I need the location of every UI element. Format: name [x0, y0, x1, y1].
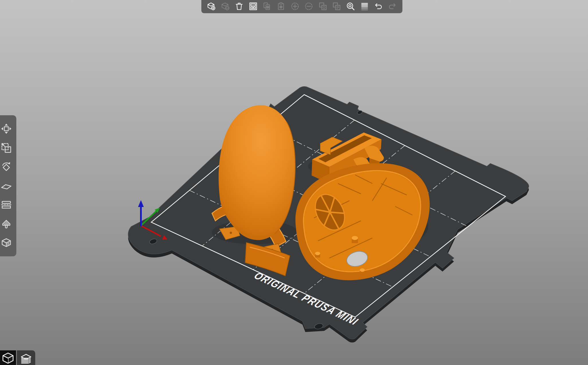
- add-object-button[interactable]: [205, 1, 218, 12]
- remove-instance-button[interactable]: [302, 1, 315, 12]
- remove-instance-icon: [304, 1, 314, 11]
- undo-icon: [373, 1, 383, 11]
- cut-icon: [0, 199, 12, 211]
- seam-painting-button[interactable]: [0, 236, 13, 249]
- paste-icon: [276, 1, 286, 11]
- redo-icon: [388, 1, 397, 11]
- trash-icon: [234, 1, 244, 11]
- place-on-face-icon: [0, 180, 12, 192]
- delete-cube-icon: [221, 1, 230, 11]
- svg-text:O: O: [322, 5, 325, 10]
- undo-button[interactable]: [372, 1, 385, 12]
- redo-button[interactable]: [386, 1, 399, 12]
- rotate-icon: [0, 161, 12, 173]
- add-instance-button[interactable]: [288, 1, 302, 12]
- cut-button[interactable]: [0, 198, 13, 211]
- scale-icon: [0, 142, 12, 154]
- delete-all-button[interactable]: [233, 1, 246, 12]
- view-mode-switch: [0, 350, 35, 365]
- search-icon: [346, 1, 355, 11]
- search-button[interactable]: [344, 1, 357, 12]
- variable-layer-height-button[interactable]: [358, 1, 371, 12]
- rotate-button[interactable]: [0, 160, 13, 173]
- add-cube-icon: [207, 1, 216, 11]
- svg-text:P: P: [337, 5, 339, 10]
- place-on-face-button[interactable]: [0, 179, 13, 192]
- 3d-editor-view-button[interactable]: [0, 350, 16, 365]
- cube-view-icon: [1, 352, 15, 365]
- paint-supports-button[interactable]: [0, 217, 13, 231]
- sliced-layers-icon: [19, 352, 33, 365]
- move-icon: [0, 123, 12, 135]
- split-to-objects-button[interactable]: O: [316, 1, 329, 12]
- add-instance-icon: [290, 1, 300, 11]
- move-button[interactable]: [0, 122, 13, 135]
- seam-icon: [0, 237, 12, 249]
- arrange-button[interactable]: [247, 1, 260, 12]
- left-toolbar: [0, 115, 16, 256]
- copy-icon: [262, 1, 272, 11]
- split-objects-icon: O: [318, 1, 328, 11]
- paste-button[interactable]: [274, 1, 288, 12]
- delete-object-button[interactable]: [219, 1, 232, 12]
- brush-icon: [0, 218, 12, 230]
- scale-button[interactable]: [0, 141, 13, 155]
- arrange-icon: [248, 1, 258, 11]
- split-to-parts-button[interactable]: P: [330, 1, 343, 12]
- copy-button[interactable]: [260, 1, 274, 12]
- viewport-3d[interactable]: ORIGINAL PRUSA MINI: [0, 0, 588, 365]
- split-parts-icon: P: [332, 1, 341, 11]
- top-toolbar: OP: [201, 0, 402, 13]
- layers-icon: [360, 1, 369, 11]
- sliced-preview-button[interactable]: [17, 350, 35, 365]
